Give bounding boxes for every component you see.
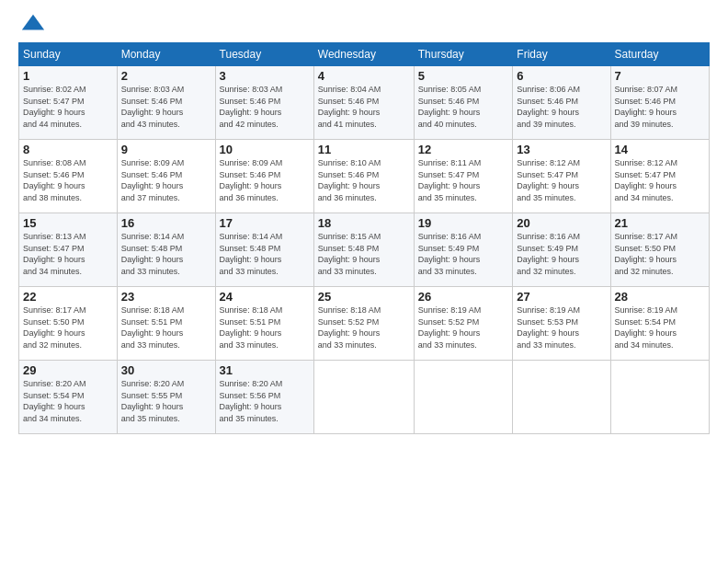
day-info: Sunrise: 8:16 AM Sunset: 5:49 PM Dayligh… xyxy=(418,231,509,277)
calendar-cell: 8Sunrise: 8:08 AM Sunset: 5:46 PM Daylig… xyxy=(19,140,118,213)
day-number: 28 xyxy=(615,290,706,304)
day-number: 14 xyxy=(615,143,706,156)
calendar-table: SundayMondayTuesdayWednesdayThursdayFrid… xyxy=(18,42,710,434)
col-header-wednesday: Wednesday xyxy=(313,43,414,66)
day-number: 8 xyxy=(23,143,113,156)
day-info: Sunrise: 8:12 AM Sunset: 5:47 PM Dayligh… xyxy=(517,157,606,203)
day-info: Sunrise: 8:05 AM Sunset: 5:46 PM Dayligh… xyxy=(418,84,509,130)
calendar-cell: 30Sunrise: 8:20 AM Sunset: 5:55 PM Dayli… xyxy=(117,361,215,434)
calendar-cell: 6Sunrise: 8:06 AM Sunset: 5:46 PM Daylig… xyxy=(513,66,610,140)
day-info: Sunrise: 8:18 AM Sunset: 5:52 PM Dayligh… xyxy=(318,304,410,350)
day-number: 21 xyxy=(615,216,706,230)
calendar-cell: 1Sunrise: 8:02 AM Sunset: 5:47 PM Daylig… xyxy=(19,66,118,140)
calendar-cell: 16Sunrise: 8:14 AM Sunset: 5:48 PM Dayli… xyxy=(117,213,215,287)
day-info: Sunrise: 8:09 AM Sunset: 5:46 PM Dayligh… xyxy=(220,157,310,203)
day-number: 11 xyxy=(318,143,410,156)
calendar-body: 1Sunrise: 8:02 AM Sunset: 5:47 PM Daylig… xyxy=(19,66,710,434)
day-info: Sunrise: 8:03 AM Sunset: 5:46 PM Dayligh… xyxy=(220,84,310,130)
calendar-cell: 17Sunrise: 8:14 AM Sunset: 5:48 PM Dayli… xyxy=(215,213,313,287)
day-number: 9 xyxy=(121,143,211,156)
day-number: 6 xyxy=(517,69,606,83)
day-info: Sunrise: 8:19 AM Sunset: 5:53 PM Dayligh… xyxy=(517,304,606,350)
calendar-header-row: SundayMondayTuesdayWednesdayThursdayFrid… xyxy=(19,43,710,66)
day-info: Sunrise: 8:16 AM Sunset: 5:49 PM Dayligh… xyxy=(517,231,606,277)
day-info: Sunrise: 8:15 AM Sunset: 5:48 PM Dayligh… xyxy=(318,231,410,277)
calendar-cell: 15Sunrise: 8:13 AM Sunset: 5:47 PM Dayli… xyxy=(19,213,118,287)
calendar-cell: 4Sunrise: 8:04 AM Sunset: 5:46 PM Daylig… xyxy=(313,66,414,140)
day-number: 30 xyxy=(121,363,211,377)
day-number: 15 xyxy=(23,216,113,230)
calendar-cell: 10Sunrise: 8:09 AM Sunset: 5:46 PM Dayli… xyxy=(215,140,313,213)
col-header-saturday: Saturday xyxy=(610,43,710,66)
day-number: 12 xyxy=(418,143,509,156)
day-info: Sunrise: 8:04 AM Sunset: 5:46 PM Dayligh… xyxy=(318,84,410,130)
calendar-cell: 21Sunrise: 8:17 AM Sunset: 5:50 PM Dayli… xyxy=(610,213,710,287)
week-row-2: 15Sunrise: 8:13 AM Sunset: 5:47 PM Dayli… xyxy=(19,213,710,287)
day-info: Sunrise: 8:13 AM Sunset: 5:47 PM Dayligh… xyxy=(23,231,113,277)
calendar-cell: 7Sunrise: 8:07 AM Sunset: 5:46 PM Daylig… xyxy=(610,66,710,140)
day-number: 23 xyxy=(121,290,211,304)
day-number: 24 xyxy=(220,290,310,304)
week-row-0: 1Sunrise: 8:02 AM Sunset: 5:47 PM Daylig… xyxy=(19,66,710,140)
day-number: 4 xyxy=(318,69,410,83)
page: SundayMondayTuesdayWednesdayThursdayFrid… xyxy=(0,0,728,563)
calendar-cell xyxy=(610,361,710,434)
day-number: 13 xyxy=(517,143,606,156)
calendar-cell: 29Sunrise: 8:20 AM Sunset: 5:54 PM Dayli… xyxy=(19,361,118,434)
day-info: Sunrise: 8:19 AM Sunset: 5:54 PM Dayligh… xyxy=(615,304,706,350)
day-number: 31 xyxy=(220,363,310,377)
day-number: 26 xyxy=(418,290,509,304)
day-info: Sunrise: 8:19 AM Sunset: 5:52 PM Dayligh… xyxy=(418,304,509,350)
col-header-sunday: Sunday xyxy=(19,43,118,66)
day-info: Sunrise: 8:02 AM Sunset: 5:47 PM Dayligh… xyxy=(23,84,113,130)
svg-marker-0 xyxy=(22,15,44,30)
calendar-cell: 14Sunrise: 8:12 AM Sunset: 5:47 PM Dayli… xyxy=(610,140,710,213)
calendar-cell: 12Sunrise: 8:11 AM Sunset: 5:47 PM Dayli… xyxy=(414,140,513,213)
day-number: 20 xyxy=(517,216,606,230)
header xyxy=(18,15,710,33)
logo-icon xyxy=(20,11,46,37)
calendar-cell: 19Sunrise: 8:16 AM Sunset: 5:49 PM Dayli… xyxy=(414,213,513,287)
calendar-cell xyxy=(313,361,414,434)
calendar-cell: 11Sunrise: 8:10 AM Sunset: 5:46 PM Dayli… xyxy=(313,140,414,213)
calendar-cell: 31Sunrise: 8:20 AM Sunset: 5:56 PM Dayli… xyxy=(215,361,313,434)
calendar-cell: 26Sunrise: 8:19 AM Sunset: 5:52 PM Dayli… xyxy=(414,287,513,361)
calendar-cell: 13Sunrise: 8:12 AM Sunset: 5:47 PM Dayli… xyxy=(513,140,610,213)
day-number: 1 xyxy=(23,69,113,83)
day-number: 19 xyxy=(418,216,509,230)
day-info: Sunrise: 8:20 AM Sunset: 5:54 PM Dayligh… xyxy=(23,378,113,424)
calendar-cell xyxy=(513,361,610,434)
day-info: Sunrise: 8:18 AM Sunset: 5:51 PM Dayligh… xyxy=(220,304,310,350)
day-info: Sunrise: 8:20 AM Sunset: 5:56 PM Dayligh… xyxy=(220,378,310,424)
day-info: Sunrise: 8:06 AM Sunset: 5:46 PM Dayligh… xyxy=(517,84,606,130)
day-info: Sunrise: 8:12 AM Sunset: 5:47 PM Dayligh… xyxy=(615,157,706,203)
calendar-cell: 3Sunrise: 8:03 AM Sunset: 5:46 PM Daylig… xyxy=(215,66,313,140)
day-number: 25 xyxy=(318,290,410,304)
day-number: 5 xyxy=(418,69,509,83)
col-header-monday: Monday xyxy=(117,43,215,66)
day-info: Sunrise: 8:18 AM Sunset: 5:51 PM Dayligh… xyxy=(121,304,211,350)
calendar-cell: 25Sunrise: 8:18 AM Sunset: 5:52 PM Dayli… xyxy=(313,287,414,361)
calendar-cell: 24Sunrise: 8:18 AM Sunset: 5:51 PM Dayli… xyxy=(215,287,313,361)
day-info: Sunrise: 8:07 AM Sunset: 5:46 PM Dayligh… xyxy=(615,84,706,130)
day-info: Sunrise: 8:08 AM Sunset: 5:46 PM Dayligh… xyxy=(23,157,113,203)
week-row-3: 22Sunrise: 8:17 AM Sunset: 5:50 PM Dayli… xyxy=(19,287,710,361)
day-info: Sunrise: 8:17 AM Sunset: 5:50 PM Dayligh… xyxy=(615,231,706,277)
calendar-cell: 20Sunrise: 8:16 AM Sunset: 5:49 PM Dayli… xyxy=(513,213,610,287)
col-header-thursday: Thursday xyxy=(414,43,513,66)
day-number: 29 xyxy=(23,363,113,377)
logo xyxy=(18,15,46,33)
day-number: 3 xyxy=(220,69,310,83)
day-number: 7 xyxy=(615,69,706,83)
calendar-cell: 2Sunrise: 8:03 AM Sunset: 5:46 PM Daylig… xyxy=(117,66,215,140)
day-number: 10 xyxy=(220,143,310,156)
day-number: 17 xyxy=(220,216,310,230)
day-number: 16 xyxy=(121,216,211,230)
day-info: Sunrise: 8:20 AM Sunset: 5:55 PM Dayligh… xyxy=(121,378,211,424)
day-info: Sunrise: 8:14 AM Sunset: 5:48 PM Dayligh… xyxy=(220,231,310,277)
day-info: Sunrise: 8:17 AM Sunset: 5:50 PM Dayligh… xyxy=(23,304,113,350)
calendar-cell: 5Sunrise: 8:05 AM Sunset: 5:46 PM Daylig… xyxy=(414,66,513,140)
calendar-cell: 27Sunrise: 8:19 AM Sunset: 5:53 PM Dayli… xyxy=(513,287,610,361)
calendar-thead: SundayMondayTuesdayWednesdayThursdayFrid… xyxy=(19,43,710,66)
calendar-cell: 18Sunrise: 8:15 AM Sunset: 5:48 PM Dayli… xyxy=(313,213,414,287)
